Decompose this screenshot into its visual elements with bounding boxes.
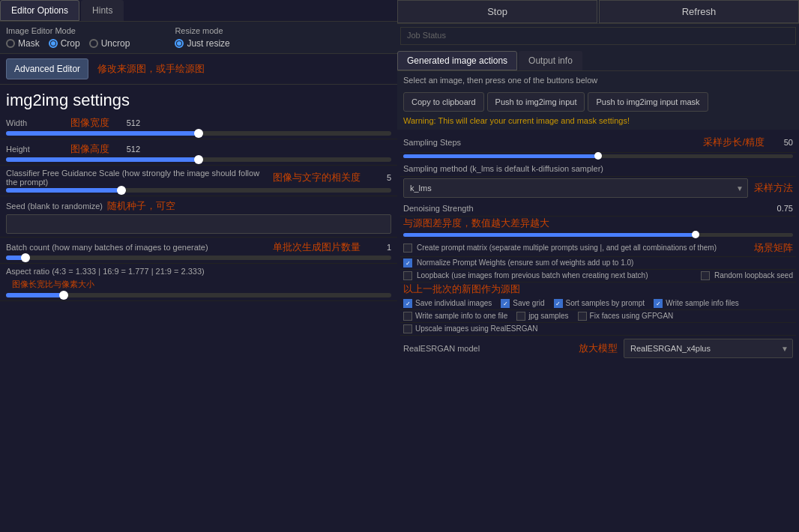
width-note: 图像宽度 — [70, 116, 109, 130]
sort-samples-item: Sort samples by prompt — [554, 299, 645, 308]
normalize-checkbox[interactable] — [403, 259, 412, 267]
prompt-matrix-note: 场景矩阵 — [754, 241, 793, 255]
job-status: Job Status — [400, 27, 796, 45]
tab-hints[interactable]: Hints — [81, 0, 124, 21]
guidance-value: 5 — [365, 173, 391, 182]
denoising-note: 与源图差异度，数值越大差异越大 — [403, 217, 549, 229]
tab-editor-options[interactable]: Editor Options — [0, 0, 79, 21]
prompt-matrix-label: Create prompt matrix (separate multiple … — [417, 244, 750, 253]
batch-label: Batch count (how many batches of images … — [6, 243, 268, 252]
save-grid-item: Save grid — [501, 299, 544, 308]
guidance-note: 图像与文字的相关度 — [273, 171, 361, 184]
height-slider-thumb[interactable] — [194, 155, 203, 164]
denoising-label: Denoising Strength — [403, 204, 765, 213]
guidance-slider-thumb[interactable] — [117, 186, 126, 195]
jpg-samples-checkbox[interactable] — [516, 312, 525, 321]
output-tabs: Generated image actions Output info — [397, 48, 799, 71]
height-note: 图像高度 — [70, 142, 109, 156]
random-loopback-label: Random loopback seed — [714, 271, 793, 280]
stop-button[interactable]: Stop — [397, 0, 597, 23]
realesrgan-label: RealESRGAN model — [403, 344, 573, 353]
random-loopback-checkbox[interactable] — [701, 271, 710, 280]
width-slider[interactable] — [6, 131, 391, 136]
resize-just-resize[interactable]: Just resize — [175, 38, 229, 49]
mode-uncrop[interactable]: Uncrop — [89, 38, 130, 49]
batch-value: 1 — [365, 243, 391, 252]
editor-mode-section: Image Editor Mode Mask Crop Uncrop — [0, 22, 397, 54]
denoising-thumb[interactable] — [692, 231, 699, 238]
save-individual-label: Save individual images — [415, 299, 492, 308]
guidance-label: Classifier Free Guidance Scale (how stro… — [6, 169, 268, 187]
mode-mask-radio[interactable] — [6, 39, 15, 48]
sampling-method-row: Sampling method (k_lms is default k-diff… — [400, 161, 796, 177]
guidance-slider-fill — [6, 188, 121, 193]
mode-mask[interactable]: Mask — [6, 38, 40, 49]
sampling-steps-fill — [403, 154, 598, 158]
refresh-button[interactable]: Refresh — [599, 0, 799, 23]
aspect-slider-fill — [6, 293, 64, 297]
loopback-row: Loopback (use images from previous batch… — [400, 270, 796, 282]
height-slider[interactable] — [6, 157, 391, 162]
loopback-label: Loopback (use images from previous batch… — [417, 271, 696, 280]
resize-mode-label: Resize mode — [175, 26, 229, 35]
normalize-label: Normalize Prompt Weights (ensure sum of … — [417, 259, 633, 267]
image-editor-mode-label: Image Editor Mode — [6, 26, 130, 35]
resize-label: Just resize — [187, 38, 229, 49]
mode-crop-radio[interactable] — [49, 39, 58, 48]
aspect-label: Aspect ratio (4:3 = 1.333 | 16:9 = 1.777… — [6, 267, 391, 276]
realesrgan-note: 放大模型 — [579, 342, 618, 355]
denoising-fill — [403, 233, 696, 237]
write-one-file-checkbox[interactable] — [403, 312, 412, 321]
aspect-slider[interactable] — [6, 293, 391, 297]
advanced-editor-section: Advanced Editor 修改来源图，或手绘源图 — [0, 54, 397, 85]
height-section: Height 图像高度 512 — [0, 139, 397, 166]
sort-samples-checkbox[interactable] — [554, 299, 563, 308]
img2img-title: img2img settings — [0, 85, 397, 113]
loopback-note: 以上一批次的新图作为源图 — [403, 283, 520, 294]
write-one-file-item: Write sample info to one file — [403, 312, 507, 321]
push-img2img-mask-button[interactable]: Push to img2img input mask — [588, 92, 708, 112]
width-section: Width 图像宽度 512 — [0, 113, 397, 139]
write-one-file-label: Write sample info to one file — [415, 312, 507, 321]
loopback-note-row: 以上一批次的新图作为源图 — [400, 282, 796, 297]
width-slider-thumb[interactable] — [194, 129, 203, 138]
batch-slider-thumb[interactable] — [21, 253, 30, 262]
resize-radio[interactable] — [175, 39, 184, 48]
aspect-slider-thumb[interactable] — [59, 291, 68, 300]
push-img2img-button[interactable]: Push to img2img input — [487, 92, 585, 112]
sampling-steps-thumb[interactable] — [594, 152, 602, 160]
sampling-steps-row: Sampling Steps 采样步长/精度 50 — [400, 133, 796, 153]
advanced-editor-button[interactable]: Advanced Editor — [6, 58, 88, 79]
prompt-matrix-row: Create prompt matrix (separate multiple … — [400, 240, 796, 257]
write-info-checkbox[interactable] — [654, 299, 663, 308]
mode-crop[interactable]: Crop — [49, 38, 80, 49]
action-buttons: Copy to clipboard Push to img2img input … — [397, 89, 799, 115]
sort-samples-label: Sort samples by prompt — [566, 299, 645, 308]
sampling-method-note: 采样方法 — [754, 181, 793, 195]
save-options-row2: Write sample info to one file jpg sample… — [400, 310, 796, 323]
fix-faces-checkbox[interactable] — [578, 312, 587, 321]
sampling-steps-label: Sampling Steps — [403, 138, 697, 147]
loopback-checkbox[interactable] — [403, 271, 412, 280]
sampling-steps-slider[interactable] — [403, 154, 793, 158]
save-individual-checkbox[interactable] — [403, 299, 412, 308]
mode-mask-label: Mask — [18, 38, 40, 49]
save-grid-checkbox[interactable] — [501, 299, 510, 308]
height-label: Height — [6, 145, 66, 154]
prompt-matrix-checkbox[interactable] — [403, 244, 412, 253]
jpg-samples-item: jpg samples — [516, 312, 568, 321]
denoising-slider[interactable] — [403, 233, 793, 237]
batch-slider[interactable] — [6, 256, 391, 260]
upscale-checkbox[interactable] — [403, 324, 412, 333]
tab-output-info[interactable]: Output info — [519, 51, 582, 70]
mode-uncrop-radio[interactable] — [89, 39, 98, 48]
denoising-note-row: 与源图差异度，数值越大差异越大 — [400, 217, 796, 232]
right-settings: Sampling Steps 采样步长/精度 50 Sampling metho… — [397, 130, 799, 532]
tab-generated-actions[interactable]: Generated image actions — [397, 51, 517, 70]
seed-input[interactable] — [6, 214, 391, 234]
copy-clipboard-button[interactable]: Copy to clipboard — [403, 92, 484, 112]
sampling-method-select[interactable]: k_lms k_euler k_euler_a k_dpm_2 DDIM — [403, 178, 748, 198]
guidance-slider[interactable] — [6, 188, 391, 193]
realesrgan-wrapper: RealESRGAN_x4plus RealESRGAN_x4plus_anim… — [624, 339, 793, 358]
realesrgan-select[interactable]: RealESRGAN_x4plus RealESRGAN_x4plus_anim… — [624, 339, 793, 358]
